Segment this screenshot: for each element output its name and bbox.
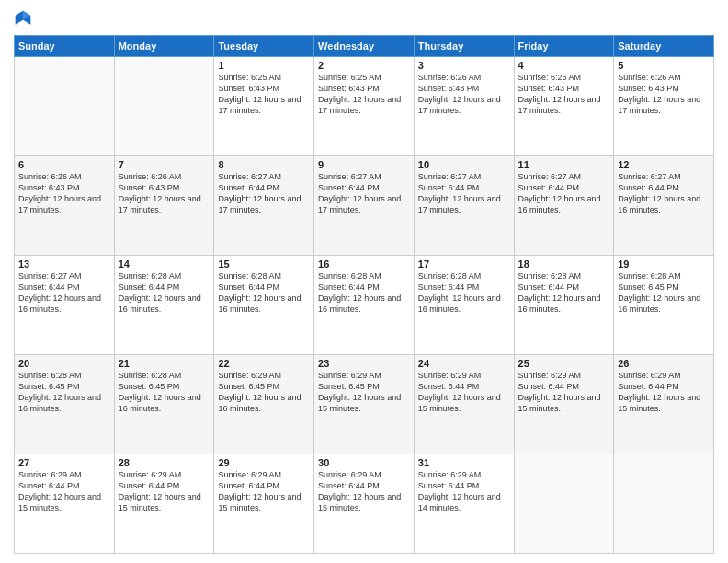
logo-icon [14, 9, 32, 28]
day-number: 25 [518, 358, 610, 369]
calendar-cell: 10Sunrise: 6:27 AMSunset: 6:44 PMDayligh… [414, 156, 514, 256]
day-number: 7 [119, 159, 210, 170]
day-info: Sunrise: 6:29 AMSunset: 6:45 PMDaylight:… [318, 370, 410, 415]
weekday-header: Wednesday [314, 36, 415, 57]
calendar-cell: 5Sunrise: 6:26 AMSunset: 6:43 PMDaylight… [614, 57, 714, 156]
day-info: Sunrise: 6:27 AMSunset: 6:44 PMDaylight:… [218, 171, 310, 216]
day-number: 23 [318, 358, 410, 369]
day-info: Sunrise: 6:29 AMSunset: 6:45 PMDaylight:… [218, 370, 310, 415]
calendar-cell: 31Sunrise: 6:29 AMSunset: 6:44 PMDayligh… [414, 454, 514, 554]
calendar-cell [614, 454, 714, 554]
day-number: 8 [218, 159, 310, 170]
day-info: Sunrise: 6:27 AMSunset: 6:44 PMDaylight:… [618, 171, 710, 216]
calendar-cell: 18Sunrise: 6:28 AMSunset: 6:44 PMDayligh… [514, 256, 614, 355]
day-info: Sunrise: 6:28 AMSunset: 6:45 PMDaylight:… [618, 270, 710, 316]
calendar-week-row: 27Sunrise: 6:29 AMSunset: 6:44 PMDayligh… [15, 454, 714, 554]
day-number: 28 [119, 457, 210, 468]
day-number: 15 [218, 259, 310, 270]
calendar-cell: 3Sunrise: 6:26 AMSunset: 6:43 PMDaylight… [414, 57, 514, 156]
day-number: 29 [218, 457, 310, 468]
calendar-cell [114, 57, 214, 156]
day-info: Sunrise: 6:25 AMSunset: 6:43 PMDaylight:… [318, 72, 410, 117]
calendar-cell [15, 57, 115, 156]
calendar-cell: 1Sunrise: 6:25 AMSunset: 6:43 PMDaylight… [214, 57, 314, 156]
calendar: SundayMondayTuesdayWednesdayThursdayFrid… [14, 35, 714, 554]
calendar-cell: 4Sunrise: 6:26 AMSunset: 6:43 PMDaylight… [514, 57, 614, 156]
calendar-week-row: 6Sunrise: 6:26 AMSunset: 6:43 PMDaylight… [15, 156, 714, 256]
day-info: Sunrise: 6:26 AMSunset: 6:43 PMDaylight:… [18, 171, 110, 216]
day-number: 2 [318, 60, 410, 71]
day-info: Sunrise: 6:29 AMSunset: 6:44 PMDaylight:… [318, 469, 410, 514]
day-info: Sunrise: 6:27 AMSunset: 6:44 PMDaylight:… [418, 171, 510, 216]
day-info: Sunrise: 6:28 AMSunset: 6:44 PMDaylight:… [218, 270, 310, 316]
weekday-header: Saturday [614, 36, 714, 57]
day-info: Sunrise: 6:25 AMSunset: 6:43 PMDaylight:… [218, 72, 310, 117]
day-info: Sunrise: 6:29 AMSunset: 6:44 PMDaylight:… [119, 469, 210, 514]
calendar-header: SundayMondayTuesdayWednesdayThursdayFrid… [15, 36, 714, 57]
calendar-cell: 22Sunrise: 6:29 AMSunset: 6:45 PMDayligh… [214, 355, 314, 454]
day-info: Sunrise: 6:28 AMSunset: 6:44 PMDaylight:… [518, 270, 610, 316]
weekday-header: Monday [114, 36, 214, 57]
calendar-cell: 7Sunrise: 6:26 AMSunset: 6:43 PMDaylight… [114, 156, 214, 256]
day-info: Sunrise: 6:26 AMSunset: 6:43 PMDaylight:… [618, 72, 710, 117]
header [14, 9, 714, 28]
calendar-cell: 23Sunrise: 6:29 AMSunset: 6:45 PMDayligh… [314, 355, 415, 454]
calendar-cell: 20Sunrise: 6:28 AMSunset: 6:45 PMDayligh… [15, 355, 115, 454]
day-number: 5 [618, 60, 710, 71]
day-info: Sunrise: 6:29 AMSunset: 6:44 PMDaylight:… [218, 469, 310, 514]
weekday-header: Friday [514, 36, 614, 57]
day-number: 9 [318, 159, 410, 170]
day-info: Sunrise: 6:29 AMSunset: 6:44 PMDaylight:… [418, 370, 510, 415]
day-number: 19 [618, 259, 710, 270]
day-info: Sunrise: 6:28 AMSunset: 6:45 PMDaylight:… [119, 370, 210, 415]
calendar-cell: 6Sunrise: 6:26 AMSunset: 6:43 PMDaylight… [15, 156, 115, 256]
day-info: Sunrise: 6:29 AMSunset: 6:44 PMDaylight:… [418, 469, 510, 514]
day-number: 4 [518, 60, 610, 71]
calendar-cell [514, 454, 614, 554]
day-info: Sunrise: 6:29 AMSunset: 6:44 PMDaylight:… [518, 370, 610, 415]
day-number: 24 [418, 358, 510, 369]
day-number: 3 [418, 60, 510, 71]
page: SundayMondayTuesdayWednesdayThursdayFrid… [0, 0, 728, 563]
day-number: 12 [618, 159, 710, 170]
calendar-cell: 13Sunrise: 6:27 AMSunset: 6:44 PMDayligh… [15, 256, 115, 355]
day-info: Sunrise: 6:27 AMSunset: 6:44 PMDaylight:… [18, 270, 110, 316]
day-number: 11 [518, 159, 610, 170]
calendar-cell: 14Sunrise: 6:28 AMSunset: 6:44 PMDayligh… [114, 256, 214, 355]
calendar-cell: 30Sunrise: 6:29 AMSunset: 6:44 PMDayligh… [314, 454, 415, 554]
day-number: 1 [218, 60, 310, 71]
day-number: 20 [18, 358, 110, 369]
day-number: 26 [618, 358, 710, 369]
day-number: 10 [418, 159, 510, 170]
day-info: Sunrise: 6:29 AMSunset: 6:44 PMDaylight:… [18, 469, 110, 514]
day-number: 27 [18, 457, 110, 468]
weekday-header: Thursday [414, 36, 514, 57]
calendar-cell: 2Sunrise: 6:25 AMSunset: 6:43 PMDaylight… [314, 57, 415, 156]
weekday-header: Sunday [15, 36, 115, 57]
day-info: Sunrise: 6:28 AMSunset: 6:44 PMDaylight:… [418, 270, 510, 316]
calendar-cell: 25Sunrise: 6:29 AMSunset: 6:44 PMDayligh… [514, 355, 614, 454]
day-info: Sunrise: 6:26 AMSunset: 6:43 PMDaylight:… [119, 171, 210, 216]
day-info: Sunrise: 6:28 AMSunset: 6:45 PMDaylight:… [18, 370, 110, 415]
day-info: Sunrise: 6:26 AMSunset: 6:43 PMDaylight:… [418, 72, 510, 117]
calendar-cell: 9Sunrise: 6:27 AMSunset: 6:44 PMDaylight… [314, 156, 415, 256]
calendar-cell: 26Sunrise: 6:29 AMSunset: 6:44 PMDayligh… [614, 355, 714, 454]
calendar-cell: 12Sunrise: 6:27 AMSunset: 6:44 PMDayligh… [614, 156, 714, 256]
calendar-week-row: 20Sunrise: 6:28 AMSunset: 6:45 PMDayligh… [15, 355, 714, 454]
day-number: 6 [18, 159, 110, 170]
calendar-cell: 19Sunrise: 6:28 AMSunset: 6:45 PMDayligh… [614, 256, 714, 355]
calendar-week-row: 1Sunrise: 6:25 AMSunset: 6:43 PMDaylight… [15, 57, 714, 156]
day-number: 13 [18, 259, 110, 270]
day-number: 30 [318, 457, 410, 468]
day-number: 16 [318, 259, 410, 270]
calendar-cell: 21Sunrise: 6:28 AMSunset: 6:45 PMDayligh… [114, 355, 214, 454]
day-info: Sunrise: 6:26 AMSunset: 6:43 PMDaylight:… [518, 72, 610, 117]
logo [14, 9, 36, 28]
day-number: 31 [418, 457, 510, 468]
calendar-cell: 16Sunrise: 6:28 AMSunset: 6:44 PMDayligh… [314, 256, 415, 355]
calendar-cell: 11Sunrise: 6:27 AMSunset: 6:44 PMDayligh… [514, 156, 614, 256]
day-info: Sunrise: 6:28 AMSunset: 6:44 PMDaylight:… [318, 270, 410, 316]
calendar-cell: 15Sunrise: 6:28 AMSunset: 6:44 PMDayligh… [214, 256, 314, 355]
day-number: 22 [218, 358, 310, 369]
day-info: Sunrise: 6:28 AMSunset: 6:44 PMDaylight:… [119, 270, 210, 316]
